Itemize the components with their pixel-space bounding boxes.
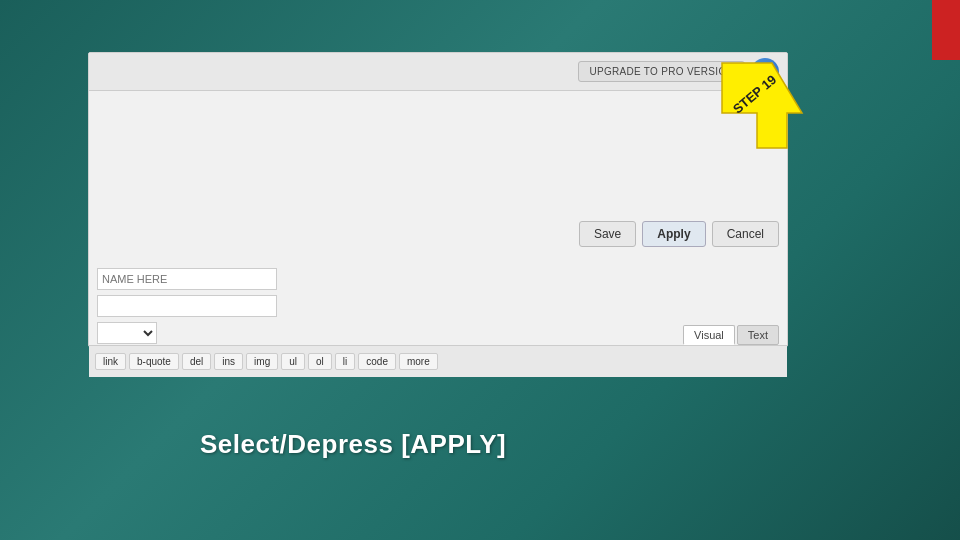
toolbar-ins[interactable]: ins: [214, 353, 243, 370]
editor-toolbar: link b-quote del ins img ul ol li code m…: [89, 345, 787, 377]
tab-visual[interactable]: Visual: [683, 325, 735, 345]
apply-button[interactable]: Apply: [642, 221, 705, 247]
action-buttons-row: Save Apply Cancel: [579, 221, 779, 247]
cancel-button[interactable]: Cancel: [712, 221, 779, 247]
name-input[interactable]: [97, 268, 277, 290]
step-annotation: STEP 19: [712, 58, 812, 162]
tab-text[interactable]: Text: [737, 325, 779, 345]
toolbar-li[interactable]: li: [335, 353, 355, 370]
toolbar-ol[interactable]: ol: [308, 353, 332, 370]
toolbar-more[interactable]: more: [399, 353, 438, 370]
blank-input[interactable]: [97, 295, 277, 317]
editor-panel: UPGRADE TO PRO VERSION Web Save Apply Ca…: [88, 52, 788, 347]
panel-topbar: UPGRADE TO PRO VERSION Web: [89, 53, 787, 91]
dropdown-select[interactable]: [97, 322, 157, 344]
toolbar-img[interactable]: img: [246, 353, 278, 370]
toolbar-link[interactable]: link: [95, 353, 126, 370]
step-arrow-svg: STEP 19: [712, 58, 812, 158]
toolbar-code[interactable]: code: [358, 353, 396, 370]
editor-tabs: Visual Text: [683, 325, 779, 345]
toolbar-ul[interactable]: ul: [281, 353, 305, 370]
save-button[interactable]: Save: [579, 221, 636, 247]
toolbar-bquote[interactable]: b-quote: [129, 353, 179, 370]
red-bar-decoration: [932, 0, 960, 60]
toolbar-del[interactable]: del: [182, 353, 211, 370]
bottom-instruction: Select/Depress [APPLY]: [200, 429, 506, 460]
